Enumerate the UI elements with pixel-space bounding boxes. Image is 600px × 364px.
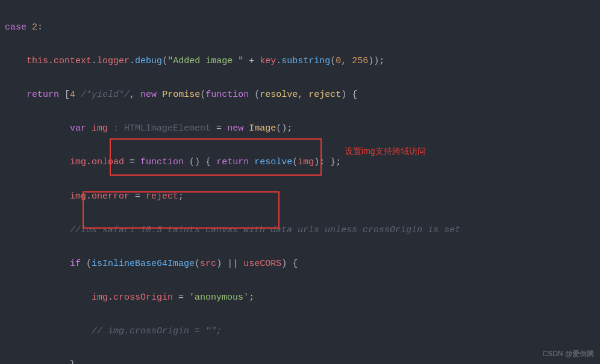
code-line: img.onerror = reject; xyxy=(5,188,600,205)
code-line: img.crossOrigin = 'anonymous'; xyxy=(5,289,600,306)
code-line: this.context.logger.debug("Added image "… xyxy=(5,53,600,70)
code-line: img.onload = function () { return resolv… xyxy=(5,154,600,171)
code-line: //ios safari 10.3 taints canvas with dat… xyxy=(5,222,600,239)
annotation-crossorigin: 设置img支持跨域访问 xyxy=(345,143,426,159)
code-line: if (isInlineBase64Image(src) || useCORS)… xyxy=(5,256,600,273)
code-editor[interactable]: case 2: this.context.logger.debug("Added… xyxy=(0,0,600,364)
code-line: case 2: xyxy=(5,19,600,36)
keyword-case: case xyxy=(5,22,27,32)
code-line: return [4 /*yield*/, new Promise(functio… xyxy=(5,87,600,103)
code-line: var img : HTMLImageElement = new Image()… xyxy=(5,120,600,137)
watermark: CSDN @爱倒腾 xyxy=(542,347,594,360)
code-line: } xyxy=(5,357,600,364)
code-line: // img.crossOrigin = ""; xyxy=(5,323,600,340)
